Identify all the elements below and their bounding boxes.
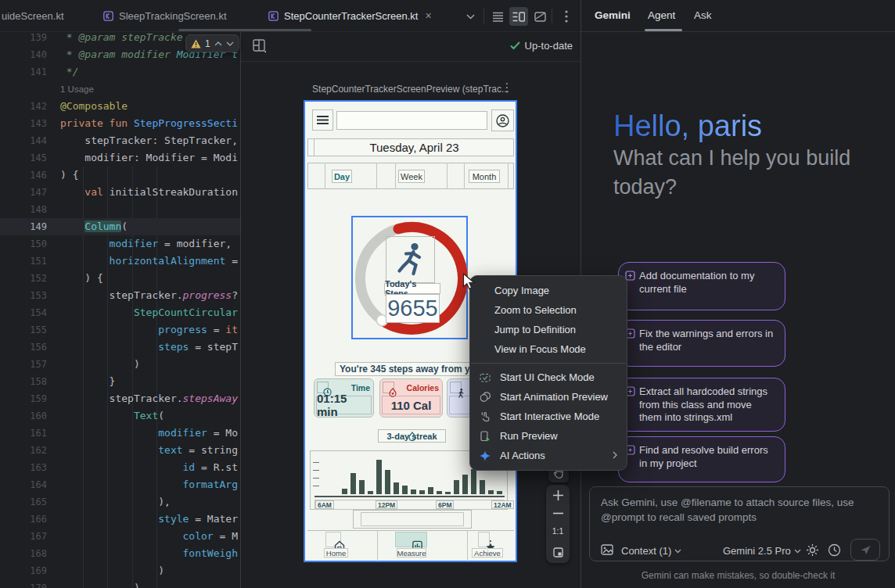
menu-item-run-preview[interactable]: Run Preview — [470, 426, 627, 446]
preview-kebab-menu-icon[interactable]: ⋮ — [501, 81, 513, 95]
nav-divider — [377, 530, 378, 561]
gemini-panel-title: Gemini — [595, 9, 631, 21]
menu-item-start-ui-check-mode[interactable]: Start UI Check Mode — [470, 368, 627, 387]
line-number: 157 — [0, 359, 47, 370]
suggestion-card[interactable]: Find and resolve build errors in my proj… — [618, 436, 785, 482]
period-tab-week[interactable]: Week — [398, 170, 425, 183]
context-label: Context (1) — [621, 545, 671, 557]
tab-label: SleepTrackingScreen.kt — [119, 10, 227, 22]
chart-bar — [471, 469, 476, 494]
inspections-widget[interactable]: 1 — [185, 34, 239, 52]
context-dropdown[interactable]: Context (1) — [621, 545, 681, 557]
menu-item-label: Start Interactive Mode — [500, 411, 599, 422]
suggestion-card[interactable]: Extract all hardcoded strings from this … — [618, 378, 785, 432]
step-ring-selection-box[interactable]: Today's Steps 9655 — [351, 216, 468, 339]
line-number: 147 — [0, 187, 47, 198]
settings-button[interactable] — [806, 543, 819, 557]
line-number: 170 — [0, 583, 47, 588]
menu-item-start-interactive-mode[interactable]: Start Interactive Mode — [470, 407, 627, 426]
profile-button[interactable] — [491, 109, 514, 131]
chevron-down-icon — [794, 549, 801, 554]
code-text: stepTracker: StepTracker, — [60, 132, 238, 149]
suggestion-card[interactable]: Add documentation to my current file — [618, 262, 785, 310]
image-icon — [601, 544, 613, 555]
code-text: 1 Usage — [60, 81, 94, 98]
design-view-icon[interactable] — [530, 7, 549, 26]
nav-item-achieve[interactable] — [478, 532, 490, 547]
code-text: ), — [60, 493, 171, 511]
chart-bar — [488, 490, 494, 494]
editor-tab-uidescreen-kt[interactable]: uideScreen.kt — [0, 0, 86, 31]
menu-button[interactable] — [312, 109, 333, 131]
chart-bar — [497, 491, 502, 494]
chart-bar — [462, 475, 468, 494]
preview-title[interactable]: StepCounterTrackerScreenPreview (stepTra… — [241, 84, 580, 95]
line-number: 155 — [0, 324, 47, 335]
line-number: 152 — [0, 273, 47, 284]
stat-icon-box — [383, 382, 394, 393]
period-tab-month[interactable]: Month — [469, 170, 500, 183]
menu-item-jump-to-definition[interactable]: Jump to Definition — [470, 320, 627, 339]
zoom-out-icon[interactable] — [553, 512, 563, 514]
chart-bar — [350, 473, 356, 494]
input-placeholder: Ask Gemini, use @filename to attach sour… — [601, 495, 881, 525]
chart-bar — [394, 482, 399, 494]
line-number: 154 — [0, 307, 47, 318]
suggestion-card[interactable]: Fix the warnings and errors in the edito… — [618, 320, 785, 367]
clipped-button-inner — [361, 512, 464, 526]
code-text: ) — [60, 562, 164, 579]
code-text: formatArg — [60, 476, 238, 493]
editor-kebab-menu-icon[interactable] — [557, 7, 576, 26]
model-dropdown[interactable]: Gemini 2.5 Pro — [723, 545, 801, 557]
period-tab-divider — [508, 163, 509, 189]
tab-scrollbar-thumb[interactable] — [178, 29, 311, 31]
send-icon — [860, 545, 872, 555]
menu-item-view-in-focus-mode[interactable]: View in Focus Mode — [470, 339, 627, 359]
menu-item-start-animation-preview[interactable]: Start Animation Preview — [470, 387, 627, 407]
chart-bar — [428, 487, 433, 494]
stat-label: Time — [351, 383, 370, 393]
fit-screen-icon[interactable] — [553, 547, 563, 558]
send-button[interactable] — [850, 539, 880, 561]
split-view-icon[interactable] — [509, 7, 528, 26]
model-label: Gemini 2.5 Pro — [723, 545, 791, 557]
gemini-input-box[interactable]: Ask Gemini, use @filename to attach sour… — [589, 486, 890, 561]
code-text: modifier = Mo — [60, 425, 238, 442]
attach-image-button[interactable] — [601, 544, 613, 555]
nav-item-home[interactable] — [325, 532, 341, 547]
code-text: Column( — [60, 218, 128, 235]
close-tab-icon[interactable]: × — [425, 9, 431, 22]
zoom-ratio[interactable]: 1:1 — [552, 526, 564, 536]
gear-icon — [806, 543, 819, 557]
next-warning-icon[interactable] — [226, 41, 234, 46]
active-tab-underline — [645, 29, 682, 31]
line-number: 158 — [0, 376, 47, 387]
check-icon — [510, 41, 520, 50]
run-icon — [480, 431, 500, 442]
stat-card-calories: Calories110 Cal — [379, 378, 443, 418]
tab-label: uideScreen.kt — [2, 10, 64, 22]
search-field[interactable] — [336, 111, 487, 130]
zoom-in-icon[interactable] — [553, 490, 563, 500]
zoom-controls: 1:1 — [546, 485, 570, 563]
preview-layout-icon[interactable] — [253, 39, 267, 57]
period-tab-day[interactable]: Day — [332, 170, 352, 183]
editor-tab-sleeptrackingscreen-kt[interactable]: SleepTrackingScreen.kt — [95, 0, 248, 31]
nav-label-measure: Measure — [397, 548, 426, 558]
prev-warning-icon[interactable] — [214, 41, 222, 46]
editor-tab-stepcountertrackerscreen-kt[interactable]: StepCounterTrackerScreen.kt× — [261, 0, 455, 31]
history-button[interactable] — [828, 543, 841, 557]
line-number: 140 — [0, 49, 47, 60]
tab-agent[interactable]: Agent — [648, 9, 675, 21]
code-text: ) { — [60, 270, 103, 287]
tab-ask[interactable]: Ask — [694, 9, 712, 21]
menu-item-ai-actions[interactable]: AI Actions — [470, 446, 627, 465]
code-text: id = R.st — [60, 459, 238, 476]
hidden-tabs-chevron-icon[interactable] — [461, 7, 480, 26]
chart-bar — [359, 480, 365, 494]
nav-item-measure[interactable] — [395, 532, 427, 547]
menu-item-copy-image[interactable]: Copy Image — [470, 281, 627, 300]
chart-bar — [411, 489, 416, 494]
code-view-icon[interactable] — [488, 7, 507, 26]
menu-item-zoom-to-selection[interactable]: Zoom to Selection — [470, 300, 627, 320]
